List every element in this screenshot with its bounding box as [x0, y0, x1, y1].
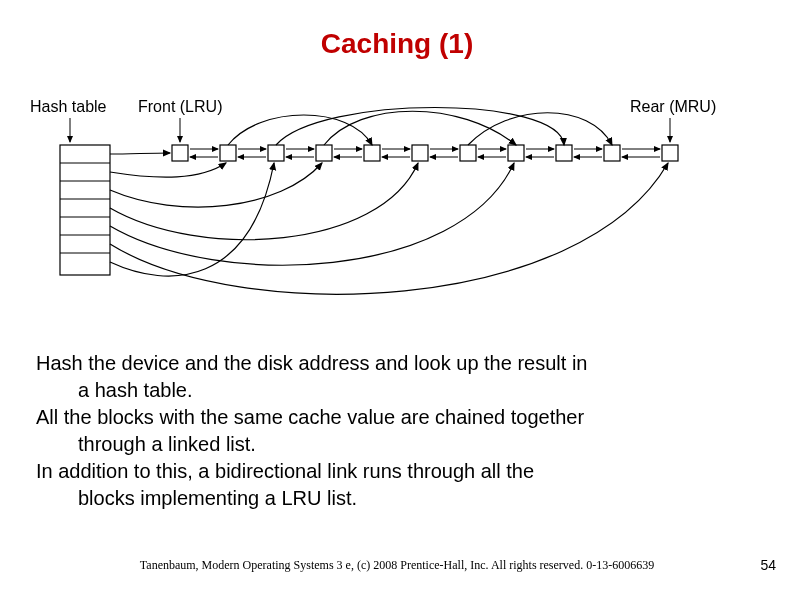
body-line-2a: All the blocks with the same cache value…: [36, 406, 584, 428]
label-front-lru: Front (LRU): [138, 98, 222, 116]
body-line-3a: In addition to this, a bidirectional lin…: [36, 460, 534, 482]
svg-rect-16: [556, 145, 572, 161]
lru-blocks: [172, 145, 678, 161]
svg-rect-10: [268, 145, 284, 161]
page-number: 54: [760, 557, 776, 573]
slide-title: Caching (1): [0, 0, 794, 60]
caching-diagram: Hash table Front (LRU) Rear (MRU): [20, 90, 774, 340]
label-hash-table: Hash table: [30, 98, 107, 116]
label-rear-mru: Rear (MRU): [630, 98, 716, 116]
svg-rect-17: [604, 145, 620, 161]
svg-rect-18: [662, 145, 678, 161]
svg-rect-0: [60, 145, 110, 275]
svg-rect-8: [172, 145, 188, 161]
slide-body: Hash the device and the disk address and…: [36, 350, 756, 512]
body-line-3b: blocks implementing a LRU list.: [36, 485, 756, 512]
svg-rect-14: [460, 145, 476, 161]
hash-chain-arcs: [110, 108, 668, 295]
hash-table-icon: [60, 118, 110, 275]
svg-rect-9: [220, 145, 236, 161]
citation: Tanenbaum, Modern Operating Systems 3 e,…: [0, 558, 794, 573]
diagram-svg: [20, 90, 774, 340]
svg-rect-15: [508, 145, 524, 161]
svg-rect-12: [364, 145, 380, 161]
body-line-2b: through a linked list.: [36, 431, 756, 458]
svg-rect-11: [316, 145, 332, 161]
body-line-1a: Hash the device and the disk address and…: [36, 352, 587, 374]
svg-rect-13: [412, 145, 428, 161]
body-line-1b: a hash table.: [36, 377, 756, 404]
